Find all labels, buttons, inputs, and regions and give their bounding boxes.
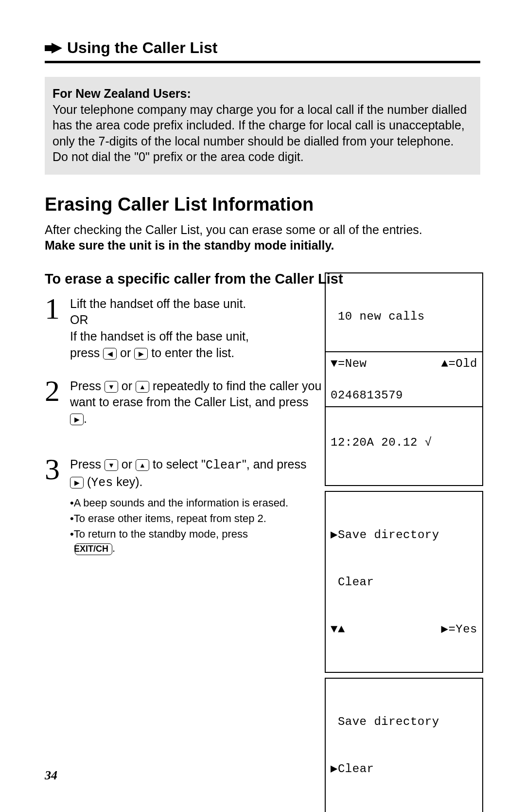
step1-line3a: If the handset is off the base unit, xyxy=(70,329,249,343)
right-arrow-key-icon: ▶ xyxy=(70,414,84,425)
header-title: Using the Caller List xyxy=(67,39,217,57)
step2-b: or xyxy=(122,379,136,393)
intro-line-1: After checking the Caller List, you can … xyxy=(45,223,422,236)
step3-bullets: •A beep sounds and the information is er… xyxy=(70,496,323,556)
lcd3-row1: ▶Save directory xyxy=(331,527,477,543)
note-body: Your telephone company may charge you fo… xyxy=(52,102,472,165)
step2-a: Press xyxy=(70,379,105,393)
down-arrow-key-icon: ▼ xyxy=(105,459,118,471)
bullet-2: •To erase other items, repeat from step … xyxy=(70,511,323,526)
exit-ch-key: EXIT/CH xyxy=(75,543,112,555)
step3-b: or xyxy=(122,457,136,471)
lcd4-row2: ▶Clear xyxy=(331,761,477,777)
yes-literal: Yes xyxy=(91,476,113,490)
left-arrow-key-icon: ◀ xyxy=(103,348,117,360)
lcd3-left: ▼▲ xyxy=(331,622,345,637)
lcd2-row1: 0246813579 xyxy=(331,388,477,403)
lcd3-right: ▶=Yes xyxy=(441,622,477,637)
step1-line3b: press xyxy=(70,346,103,360)
arrow-right-icon xyxy=(45,43,62,54)
up-arrow-key-icon: ▲ xyxy=(136,459,149,471)
lcd1-row1: 10 new calls xyxy=(331,309,477,325)
right-arrow-key-icon: ▶ xyxy=(134,348,148,360)
clear-literal: Clear xyxy=(206,458,242,472)
page-number: 34 xyxy=(45,768,57,783)
bullet-3b: . xyxy=(112,542,115,554)
step-number: 1 xyxy=(45,296,63,322)
lcd3-row2: Clear xyxy=(331,575,477,590)
lcd-display-4: Save directory ▶Clear ▼▲ ▶=Yes xyxy=(325,678,483,812)
step-number: 2 xyxy=(45,378,63,404)
lcd-group-2: 0246813579 12:20A 20.12 √ ▶Save director… xyxy=(325,351,483,812)
step-number: 3 xyxy=(45,456,63,482)
right-arrow-key-icon: ▶ xyxy=(70,477,84,488)
step3-c: to select " xyxy=(153,457,206,471)
section-title: Erasing Caller List Information xyxy=(45,194,480,215)
intro-line-2: Make sure the unit is in the standby mod… xyxy=(45,238,334,252)
up-arrow-key-icon: ▲ xyxy=(136,381,149,393)
bullet-1: •A beep sounds and the information is er… xyxy=(70,496,323,510)
lcd-display-2: 0246813579 12:20A 20.12 √ xyxy=(325,351,483,486)
note-title: For New Zealand Users: xyxy=(52,86,472,102)
step1-line3c: or xyxy=(120,346,134,360)
step1-line2: OR xyxy=(70,313,88,326)
lcd-display-3: ▶Save directory Clear ▼▲ ▶=Yes xyxy=(325,491,483,673)
step3-d: ", and press xyxy=(242,457,307,471)
step1-line3d: to enter the list. xyxy=(151,346,234,360)
lcd4-right: ▶=Yes xyxy=(441,809,477,812)
section-header: Using the Caller List xyxy=(45,39,480,63)
down-arrow-key-icon: ▼ xyxy=(105,381,118,393)
lcd2-row2: 12:20A 20.12 √ xyxy=(331,435,477,451)
step3-f: key). xyxy=(113,475,142,488)
step1-line1: Lift the handset off the base unit. xyxy=(70,297,246,310)
note-box: For New Zealand Users: Your telephone co… xyxy=(45,77,480,175)
step2-d: . xyxy=(84,412,87,425)
bullet-3a: •To return to the standby mode, press xyxy=(70,528,248,540)
step3-a: Press xyxy=(70,457,105,471)
lcd4-left: ▼▲ xyxy=(331,809,345,812)
lcd4-row1: Save directory xyxy=(331,714,477,730)
